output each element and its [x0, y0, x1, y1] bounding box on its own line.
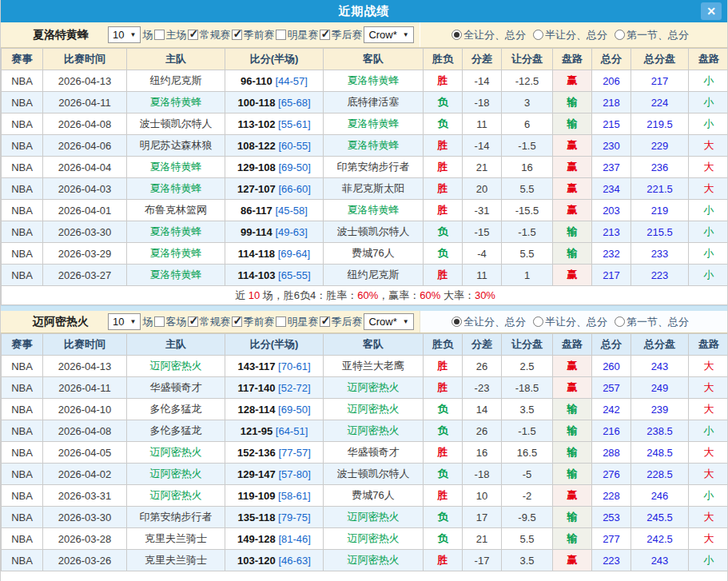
final-score: 149-128	[237, 533, 276, 545]
game-row: NBA2026-03-30夏洛特黄蜂99-114 [49-63]波士顿凯尔特人负…	[2, 221, 728, 243]
date-cell: 2026-03-31	[43, 485, 127, 507]
odds-type-radio[interactable]	[615, 30, 625, 40]
column-header: 分差	[463, 49, 502, 70]
filter-label[interactable]: 季后赛	[331, 28, 362, 42]
column-header: 胜负	[424, 49, 463, 70]
filter-checkbox[interactable]	[188, 30, 198, 40]
filter-checkbox[interactable]	[320, 316, 330, 327]
date-cell: 2026-04-01	[43, 200, 127, 221]
point-diff-cell: -14	[463, 135, 502, 157]
dialog-titlebar: 近期战绩 ✕	[1, 0, 727, 22]
date-cell: 2026-04-08	[43, 113, 127, 135]
league-cell: NBA	[2, 399, 43, 420]
point-diff-cell: -14	[463, 70, 502, 92]
half-time-score: [77-57]	[276, 447, 311, 459]
filter-label[interactable]: 明星赛	[287, 28, 318, 42]
odds-type-radio-label[interactable]: 半让分、总分	[545, 315, 607, 329]
game-row: NBA2026-04-10多伦多猛龙128-114 [69-50]迈阿密热火负1…	[2, 399, 728, 420]
games-count-select[interactable]: 10 ▼	[108, 26, 141, 43]
filter-checkbox[interactable]	[276, 316, 286, 327]
filter-checkbox[interactable]	[232, 316, 242, 327]
away-team-cell: 亚特兰大老鹰	[324, 356, 424, 377]
game-row: NBA2026-04-08多伦多猛龙121-95 [64-51]迈阿密热火负26…	[2, 420, 728, 442]
score-cell: 113-102 [55-61]	[225, 113, 324, 135]
point-diff-cell: -18	[463, 464, 502, 485]
filter-checkbox[interactable]	[320, 30, 330, 40]
score-cell: 128-114 [69-50]	[225, 399, 324, 420]
final-score: 99-114	[241, 226, 273, 238]
point-diff-cell: -23	[463, 377, 502, 399]
result-cell: 负	[424, 399, 463, 420]
odds-type-radio[interactable]	[615, 316, 625, 327]
half-time-score: [65-55]	[275, 269, 310, 281]
filter-checkbox[interactable]	[276, 30, 286, 40]
date-cell: 2026-04-04	[43, 157, 127, 178]
filter-label[interactable]: 季前赛	[243, 315, 274, 329]
half-time-score: [44-57]	[273, 75, 308, 87]
company-value: Crow*	[368, 316, 396, 328]
over-under-cell: 大	[689, 507, 728, 528]
point-diff-cell: 11	[463, 113, 502, 135]
column-header: 盘路	[553, 49, 592, 70]
score-cell: 108-122 [60-55]	[225, 135, 324, 157]
total-line-cell: 228.5	[631, 464, 689, 485]
filter-label[interactable]: 季前赛	[243, 28, 274, 42]
result-cell: 负	[424, 507, 463, 528]
result-cell: 负	[424, 221, 463, 243]
odds-type-radio-label[interactable]: 全让分、总分	[463, 28, 526, 42]
filter-label[interactable]: 客场	[165, 315, 186, 329]
odds-type-radio-label[interactable]: 第一节、总分	[627, 315, 689, 329]
table-header-row: 赛事比赛时间主队比分(半场)客队胜负分差让分盘盘路总分总分盘盘路	[2, 49, 728, 70]
handicap-line-cell: -2	[502, 485, 553, 507]
odds-type-radio-label[interactable]: 全让分、总分	[463, 315, 526, 329]
result-cell: 胜	[424, 200, 463, 221]
games-count-value: 10	[113, 29, 124, 41]
handicap-line-cell: 3	[502, 92, 553, 113]
filter-label[interactable]: 季后赛	[331, 315, 362, 329]
handicap-result-cell: 输	[553, 399, 592, 420]
column-header: 总分盘	[631, 49, 689, 70]
filter-checkbox[interactable]	[154, 316, 165, 327]
handicap-result-cell: 赢	[553, 157, 592, 178]
close-icon[interactable]: ✕	[701, 2, 722, 20]
odds-type-radio-label[interactable]: 半让分、总分	[545, 28, 607, 42]
handicap-line-cell: -18.5	[502, 377, 553, 399]
filter-label[interactable]: 主场	[165, 28, 186, 42]
total-line-cell: 219	[631, 200, 689, 221]
total-line-cell: 229	[631, 135, 689, 157]
odds-type-radio[interactable]	[533, 30, 543, 40]
total-line-cell: 238.5	[631, 420, 689, 442]
column-header: 让分盘	[502, 49, 553, 70]
game-row: NBA2026-04-11夏洛特黄蜂100-118 [65-68]底特律活塞负-…	[2, 92, 728, 113]
filter-checkbox[interactable]	[154, 30, 165, 40]
column-header: 赛事	[2, 49, 43, 70]
game-row: NBA2026-03-28克里夫兰骑士149-128 [81-46]迈阿密热火负…	[2, 528, 728, 550]
odds-type-radio[interactable]	[452, 30, 462, 40]
handicap-result-cell: 赢	[553, 356, 592, 377]
away-team-cell: 菲尼克斯太阳	[324, 178, 424, 200]
half-time-score: [57-80]	[276, 468, 311, 480]
total-line-cell: 215.5	[631, 221, 689, 243]
date-cell: 2026-03-30	[43, 221, 127, 243]
total-points-cell: 216	[592, 420, 631, 442]
away-team-cell: 迈阿密热火	[324, 528, 424, 550]
company-select[interactable]: Crow* ▼	[364, 26, 413, 43]
league-cell: NBA	[2, 442, 43, 464]
filter-label[interactable]: 明星赛	[287, 315, 318, 329]
point-diff-cell: 26	[463, 420, 502, 442]
filter-checkbox[interactable]	[188, 316, 198, 327]
filter-checkbox[interactable]	[232, 30, 242, 40]
filter-label[interactable]: 常规赛	[199, 28, 230, 42]
handicap-result-cell: 输	[553, 528, 592, 550]
score-cell: 117-140 [52-72]	[225, 377, 324, 399]
filter-label[interactable]: 常规赛	[199, 315, 230, 329]
total-line-cell: 248.5	[631, 442, 689, 464]
odds-type-radio-group: 全让分、总分半让分、总分第一节、总分	[420, 311, 727, 332]
odds-type-radio[interactable]	[533, 316, 543, 327]
odds-type-radio-label[interactable]: 第一节、总分	[627, 28, 689, 42]
home-team-cell: 波士顿凯尔特人	[127, 113, 225, 135]
company-select[interactable]: Crow* ▼	[364, 313, 413, 330]
away-team-cell: 波士顿凯尔特人	[324, 221, 424, 243]
odds-type-radio[interactable]	[452, 316, 462, 327]
games-count-select[interactable]: 10 ▼	[108, 313, 141, 330]
